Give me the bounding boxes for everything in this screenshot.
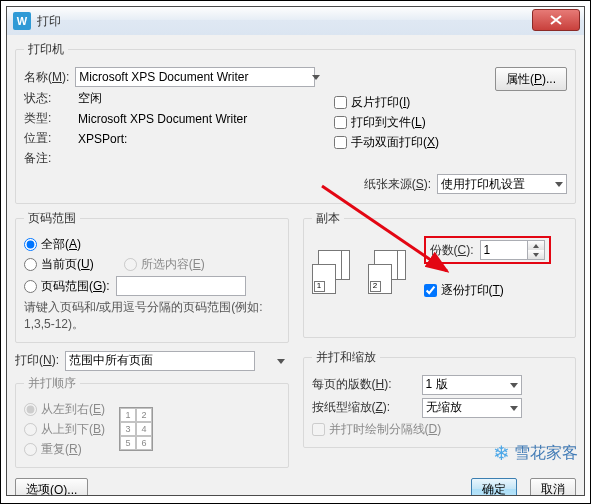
reverse-print-label: 反片打印(I) — [351, 94, 410, 111]
copies-group: 副本 1 1 1 2 2 — [303, 210, 577, 338]
order-keypad-icon: 12 34 56 — [119, 407, 153, 451]
range-hint: 请键入页码和/或用逗号分隔的页码范围(例如: 1,3,5-12)。 — [24, 299, 280, 333]
printer-name-label: 名称(M): — [24, 69, 69, 86]
range-selection-radio — [124, 258, 137, 271]
range-current-radio[interactable] — [24, 258, 37, 271]
printer-status-label: 状态: — [24, 90, 78, 107]
print-dialog: www.xhjaty.com W 打印 打印机 名称(M): — [6, 6, 585, 496]
draw-divider-label: 并打时绘制分隔线(D) — [329, 421, 442, 438]
printer-legend: 打印机 — [24, 41, 68, 58]
printer-group: 打印机 名称(M): 状态:空闲 类型:Microsoft XPS Docume… — [15, 41, 576, 204]
order-repeat-label: 重复(R) — [41, 441, 82, 458]
options-button[interactable]: 选项(O)... — [15, 478, 88, 496]
order-ttb-label: 从上到下(B) — [41, 421, 105, 438]
pages-per-sheet-label: 每页的版数(H): — [312, 376, 422, 393]
close-icon — [550, 15, 562, 25]
printer-where-value: XPSPort: — [78, 132, 127, 146]
title-bar: W 打印 — [7, 7, 584, 36]
range-selection-label: 所选内容(E) — [141, 256, 205, 273]
printer-type-value: Microsoft XPS Document Writer — [78, 112, 247, 126]
scale-to-paper-label: 按纸型缩放(Z): — [312, 399, 422, 416]
copies-input[interactable] — [480, 240, 528, 260]
copies-spinner[interactable] — [528, 240, 545, 260]
range-current-label: 当前页(U) — [41, 256, 94, 273]
range-all-radio[interactable] — [24, 238, 37, 251]
manual-duplex-label: 手动双面打印(X) — [351, 134, 439, 151]
ok-button[interactable]: 确定 — [471, 478, 517, 496]
collate-label: 逐份打印(T) — [441, 282, 504, 299]
print-what-label: 打印(N): — [15, 352, 59, 369]
page-range-legend: 页码范围 — [24, 210, 80, 227]
print-what-select[interactable] — [65, 351, 255, 371]
order-ltr-label: 从左到右(E) — [41, 401, 105, 418]
range-all-label: 全部(A) — [41, 236, 81, 253]
zoom-group: 并打和缩放 每页的版数(H): 按纸型缩放(Z): 并打时绘制分隔线(D) — [303, 349, 577, 448]
printer-name-select[interactable] — [75, 67, 315, 87]
range-pages-label: 页码范围(G): — [41, 278, 110, 295]
copies-highlight: 份数(C): — [424, 236, 551, 264]
paper-source-select[interactable] — [437, 174, 567, 194]
collate-preview-2: 2 2 2 — [368, 250, 414, 290]
pages-per-sheet-select[interactable] — [422, 375, 522, 395]
print-order-group: 并打顺序 从左到右(E) 从上到下(B) 重复(R) 12 34 56 — [15, 375, 289, 468]
collate-checkbox[interactable] — [424, 284, 437, 297]
print-order-legend: 并打顺序 — [24, 375, 80, 392]
manual-duplex-checkbox[interactable] — [334, 136, 347, 149]
printer-properties-button[interactable]: 属性(P)... — [495, 67, 567, 91]
copies-legend: 副本 — [312, 210, 344, 227]
order-ttb-radio — [24, 423, 37, 436]
print-to-file-checkbox[interactable] — [334, 116, 347, 129]
draw-divider-checkbox — [312, 423, 325, 436]
reverse-print-checkbox[interactable] — [334, 96, 347, 109]
paper-source-label: 纸张来源(S): — [364, 176, 431, 193]
copies-label: 份数(C): — [430, 242, 474, 259]
collate-preview-1: 1 1 1 — [312, 250, 358, 290]
printer-status-value: 空闲 — [78, 90, 102, 107]
printer-type-label: 类型: — [24, 110, 78, 127]
zoom-legend: 并打和缩放 — [312, 349, 380, 366]
printer-notes-label: 备注: — [24, 150, 78, 167]
window-title: 打印 — [37, 13, 61, 30]
app-icon: W — [13, 12, 31, 30]
range-pages-input[interactable] — [116, 276, 246, 296]
printer-where-label: 位置: — [24, 130, 78, 147]
order-ltr-radio — [24, 403, 37, 416]
cancel-button[interactable]: 取消 — [530, 478, 576, 496]
range-pages-radio[interactable] — [24, 280, 37, 293]
print-to-file-label: 打印到文件(L) — [351, 114, 426, 131]
page-range-group: 页码范围 全部(A) 当前页(U) 所选内容(E) 页码范围(G): 请键 — [15, 210, 289, 343]
scale-to-paper-select[interactable] — [422, 398, 522, 418]
close-button[interactable] — [532, 9, 580, 31]
order-repeat-radio — [24, 443, 37, 456]
